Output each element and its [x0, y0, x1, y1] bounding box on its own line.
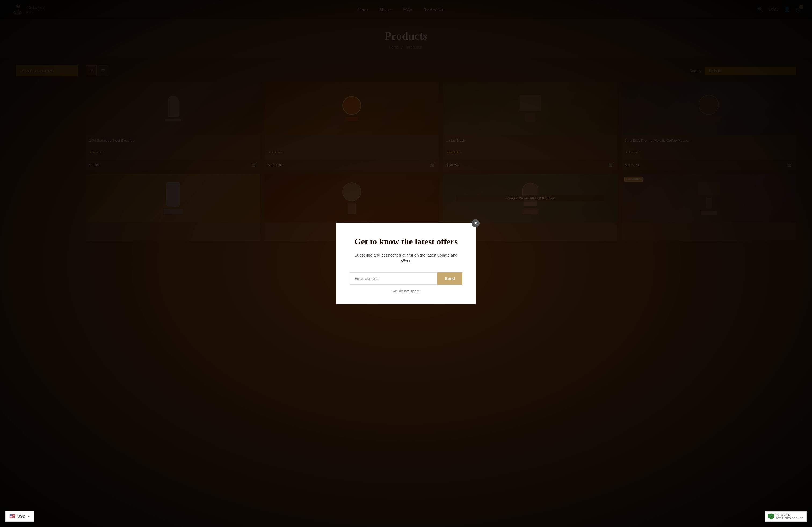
- spam-note: We do not spam: [350, 289, 462, 293]
- modal-form: Send: [350, 272, 462, 285]
- currency-bar[interactable]: 🇺🇸 USD ▼: [5, 511, 34, 522]
- send-button[interactable]: Send: [437, 272, 462, 285]
- trusted-secure-logo: ✓ TrustedSite CERTIFIED SECURE: [768, 513, 804, 520]
- modal-title: Get to know the latest offers: [350, 236, 462, 246]
- modal-close-button[interactable]: ✕: [472, 219, 480, 227]
- currency-text: USD: [17, 514, 26, 518]
- trusted-subtext: CERTIFIED SECURE: [776, 517, 804, 520]
- trusted-secure: ✓ TrustedSite CERTIFIED SECURE: [765, 511, 807, 522]
- modal: ✕ Get to know the latest offers Subscrib…: [336, 223, 476, 304]
- modal-subtitle: Subscribe and get notified at first on t…: [350, 252, 462, 264]
- trusted-shield-icon: ✓: [768, 513, 774, 520]
- trusted-text: TrustedSite: [776, 514, 804, 517]
- chevron-down-icon: ▼: [28, 515, 30, 518]
- email-input[interactable]: [350, 272, 437, 285]
- modal-overlay[interactable]: ✕ Get to know the latest offers Subscrib…: [0, 0, 812, 527]
- flag-icon: 🇺🇸: [10, 513, 15, 519]
